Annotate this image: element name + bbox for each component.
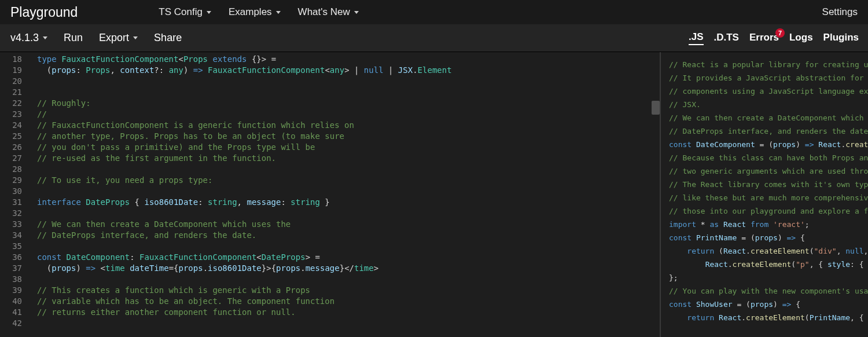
line-number: 42 [0,318,22,329]
line-number: 29 [0,175,22,186]
nav-examples[interactable]: Examples [229,6,281,18]
code-line: // We can then create a DateComponent wh… [669,111,868,124]
panels: 1819202122232425262728293031323334353637… [0,52,868,337]
code-line: import * as React from 'react'; [669,218,868,231]
line-number: 35 [0,241,22,252]
tab-errors-label: Errors [749,32,779,43]
line-number: 20 [0,76,22,87]
code-line: }; [669,271,868,284]
code-line: // It provides a JavaScript abstraction … [669,71,868,85]
code-line: const PrintName = (props) => { [669,231,868,244]
line-number: 31 [0,197,22,208]
code-line: return React.createElement(PrintName, { … [669,311,868,324]
export-button[interactable]: Export [99,32,138,44]
line-number: 33 [0,219,22,230]
top-nav: Playground TS Config Examples What's New… [0,0,868,24]
code-line: // those into our playground and explore… [669,204,868,218]
code-line: // To use it, you need a props type: [37,175,660,186]
playground-title: Playground [10,5,78,20]
line-number: 18 [0,54,22,65]
sub-nav-left: v4.1.3 Run Export Share [10,32,182,44]
code-line: // This creates a function which is gene… [37,285,660,296]
line-number: 19 [0,65,22,76]
code-line: const DateComponent: FauxactFunctionComp… [37,252,660,263]
chevron-down-icon [133,36,138,39]
code-line: // re-used as the first argument in the … [37,153,660,164]
code-line: // two generic arguments which are used … [669,164,868,178]
nav-whatsnew-label: What's New [298,6,350,18]
chevron-down-icon [276,11,281,14]
code-line: // React is a popular library for creati… [669,58,868,71]
code-line: // DateProps interface, and renders the … [669,124,868,138]
errors-count-badge: 7 [775,28,785,38]
scrollbar-thumb[interactable] [652,101,660,115]
code-line: return (React.createElement("div", null, [669,244,868,258]
code-line: // We can then create a DateComponent wh… [37,219,660,230]
tab-errors[interactable]: Errors 7 [749,32,779,45]
nav-tsconfig[interactable]: TS Config [159,6,211,18]
code-line: // you don't pass a primitive) and the P… [37,142,660,153]
nav-examples-label: Examples [229,6,272,18]
code-line: // returns either another component func… [37,307,660,318]
nav-settings[interactable]: Settings [822,6,858,18]
line-number: 25 [0,131,22,142]
nav-whatsnew[interactable]: What's New [298,6,359,18]
tab-plugins[interactable]: Plugins [823,32,859,45]
top-nav-left: Playground TS Config Examples What's New [10,5,359,20]
line-number: 27 [0,153,22,164]
tab-logs[interactable]: Logs [789,32,813,45]
code-line: // like these but are much more comprehe… [669,191,868,204]
line-number: 32 [0,208,22,219]
export-label: Export [99,32,129,44]
code-line: (props) => <time dateTime={props.iso8601… [37,263,660,274]
line-number: 28 [0,164,22,175]
run-button[interactable]: Run [64,32,83,44]
code-line: // JSX. [669,98,868,111]
version-label: v4.1.3 [10,32,39,44]
code-line [37,241,660,252]
code-line: // another type, Props. Props has to be … [37,131,660,142]
line-number: 26 [0,142,22,153]
editor-gutter: 1819202122232425262728293031323334353637… [0,52,28,329]
code-line: // components using a JavaScript languag… [669,85,868,98]
line-number: 41 [0,307,22,318]
code-line: // [37,109,660,120]
chevron-down-icon [207,11,211,14]
editor-code[interactable]: type FauxactFunctionComponent<Props exte… [28,52,660,329]
code-line: // FauxactFunctionComponent is a generic… [37,120,660,131]
editor-panel[interactable]: 1819202122232425262728293031323334353637… [0,52,661,337]
output-panel: .JS .D.TS Errors 7 Logs Plugins // React… [661,52,868,337]
line-number: 23 [0,109,22,120]
code-line: // The React library comes with it's own… [669,178,868,191]
tab-js[interactable]: .JS [689,31,704,45]
line-number: 39 [0,285,22,296]
code-line [37,164,660,175]
code-line: interface DateProps { iso8601Date: strin… [37,197,660,208]
line-number: 21 [0,87,22,98]
code-line: const DateComponent = (props) => React.c… [669,138,868,151]
code-line: // You can play with the new component's… [669,284,868,298]
code-line [37,87,660,98]
line-number: 40 [0,296,22,307]
share-button[interactable]: Share [154,32,182,44]
code-line: React.createElement("p", { style: { fon [669,258,868,271]
code-line: const ShowUser = (props) => { [669,298,868,311]
code-line: // variable which has to be an object. T… [37,296,660,307]
code-line [37,76,660,87]
output-code[interactable]: // React is a popular library for creati… [661,52,868,337]
nav-tsconfig-label: TS Config [159,6,203,18]
output-tabs: .JS .D.TS Errors 7 Logs Plugins [661,24,868,52]
code-line: // Roughly: [37,98,660,109]
line-number: 22 [0,98,22,109]
tab-dts[interactable]: .D.TS [714,32,739,45]
code-line [37,186,660,197]
code-line: // Because this class can have both Prop… [669,151,868,164]
code-line [37,318,660,329]
line-number: 37 [0,263,22,274]
chevron-down-icon [354,11,359,14]
line-number: 38 [0,274,22,285]
line-number: 36 [0,252,22,263]
line-number: 30 [0,186,22,197]
code-line: // DateProps interface, and renders the … [37,230,660,241]
version-selector[interactable]: v4.1.3 [10,32,47,44]
